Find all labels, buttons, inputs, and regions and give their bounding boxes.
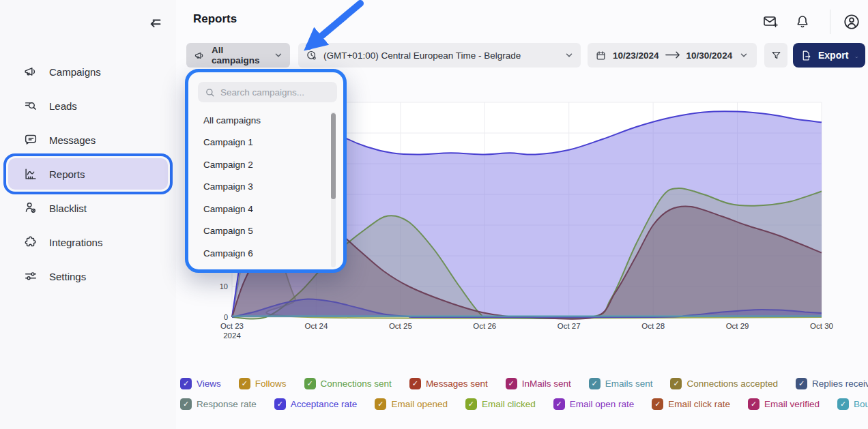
- legend-item-emails-sent[interactable]: ✓Emails sent: [589, 378, 653, 389]
- checkbox-checked-icon[interactable]: ✓: [553, 398, 565, 410]
- checkbox-checked-icon[interactable]: ✓: [180, 398, 192, 410]
- checkbox-checked-icon[interactable]: ✓: [180, 378, 192, 389]
- checkbox-checked-icon[interactable]: ✓: [748, 398, 760, 410]
- chart-report-icon: [23, 166, 38, 181]
- legend-label: Follows: [255, 379, 287, 389]
- checkbox-checked-icon[interactable]: ✓: [796, 378, 807, 389]
- legend-row: ✓Views✓Follows✓Connections sent✓Messages…: [180, 376, 856, 391]
- sidebar-item-blacklist[interactable]: Blacklist: [8, 192, 168, 224]
- campaign-search-box: [198, 82, 337, 102]
- bell-icon[interactable]: [794, 14, 811, 30]
- leads-search-icon: [23, 98, 38, 113]
- chevron-down-icon: [739, 50, 749, 60]
- legend-label: Acceptance rate: [291, 399, 358, 409]
- file-export-icon: [800, 50, 812, 61]
- checkbox-checked-icon[interactable]: ✓: [304, 378, 316, 389]
- legend-label: Email verified: [764, 399, 820, 409]
- dropdown-scrollbar-thumb[interactable]: [331, 113, 336, 199]
- legend-label: Replies received: [812, 379, 868, 389]
- svg-text:2024: 2024: [223, 331, 241, 340]
- legend-item-email-clicked[interactable]: ✓Email clicked: [465, 398, 536, 410]
- sidebar-item-messages[interactable]: Messages: [8, 124, 168, 156]
- svg-text:10: 10: [220, 282, 228, 291]
- legend-item-replies-received[interactable]: ✓Replies received: [796, 378, 868, 389]
- puzzle-icon: [23, 235, 38, 250]
- legend-label: Bounce rate: [854, 399, 868, 409]
- timezone-selector[interactable]: (GMT+01:00) Central European Time - Belg…: [298, 43, 581, 68]
- legend-label: Email click rate: [668, 399, 730, 409]
- svg-text:Oct 23: Oct 23: [220, 322, 244, 330]
- legend-item-connections-sent[interactable]: ✓Connections sent: [304, 378, 392, 389]
- sidebar-item-reports[interactable]: Reports: [8, 158, 168, 190]
- campaign-list: All campaignsCampaign 1Campaign 2Campaig…: [188, 109, 343, 265]
- legend-label: Views: [197, 379, 221, 389]
- legend-label: Email open rate: [570, 399, 635, 409]
- export-label: Export: [818, 50, 848, 61]
- legend-item-messages-sent[interactable]: ✓Messages sent: [409, 378, 488, 389]
- checkbox-checked-icon[interactable]: ✓: [837, 398, 849, 410]
- campaign-option[interactable]: Campaign 1: [188, 132, 343, 154]
- checkbox-checked-icon[interactable]: ✓: [465, 398, 477, 410]
- legend-item-inmails-sent[interactable]: ✓InMails sent: [506, 378, 571, 389]
- sliders-icon: [23, 269, 38, 284]
- sidebar-item-leads[interactable]: Leads: [8, 90, 168, 121]
- legend-item-email-verified[interactable]: ✓Email verified: [748, 398, 820, 410]
- chat-bubble-icon: [23, 132, 38, 147]
- legend-label: Emails sent: [605, 379, 653, 389]
- svg-text:Oct 25: Oct 25: [389, 322, 412, 330]
- chart-legend: ✓Views✓Follows✓Connections sent✓Messages…: [180, 376, 856, 417]
- campaign-option[interactable]: Campaign 6: [188, 242, 343, 265]
- checkbox-checked-icon[interactable]: ✓: [375, 398, 386, 410]
- checkbox-checked-icon[interactable]: ✓: [589, 378, 601, 389]
- date-range-start: 10/23/2024: [613, 50, 659, 61]
- svg-text:0: 0: [224, 313, 228, 321]
- legend-item-bounce-rate[interactable]: ✓Bounce rate: [837, 398, 868, 410]
- campaign-selector-label: All campaigns: [212, 45, 274, 65]
- sidebar-item-campaigns[interactable]: Campaigns: [8, 56, 168, 87]
- account-icon[interactable]: [843, 13, 860, 31]
- filter-button[interactable]: [764, 43, 787, 68]
- legend-item-follows[interactable]: ✓Follows: [239, 378, 287, 389]
- campaign-option[interactable]: Campaign 5: [188, 220, 343, 243]
- checkbox-checked-icon[interactable]: ✓: [670, 378, 682, 389]
- legend-item-email-open-rate[interactable]: ✓Email open rate: [553, 398, 635, 410]
- sidebar-item-settings[interactable]: Settings: [8, 261, 168, 292]
- sidebar-item-integrations[interactable]: Integrations: [8, 226, 168, 258]
- checkbox-checked-icon[interactable]: ✓: [409, 378, 421, 389]
- arrow-right-icon: [665, 50, 681, 60]
- legend-label: Email clicked: [482, 399, 536, 409]
- chevron-down-icon: [855, 50, 858, 60]
- campaign-option[interactable]: Campaign 4: [188, 198, 343, 220]
- svg-text:Oct 30: Oct 30: [810, 322, 833, 330]
- legend-label: Connections sent: [321, 379, 392, 389]
- sidebar-item-label: Blacklist: [49, 203, 87, 214]
- checkbox-checked-icon[interactable]: ✓: [239, 378, 250, 389]
- sidebar-item-label: Settings: [49, 271, 86, 282]
- campaign-option[interactable]: Campaign 2: [188, 153, 343, 176]
- megaphone-icon: [23, 64, 38, 79]
- legend-item-response-rate[interactable]: ✓Response rate: [180, 398, 257, 410]
- date-range-end: 10/30/2024: [686, 50, 733, 61]
- mail-plus-icon[interactable]: [762, 14, 779, 30]
- legend-item-email-opened[interactable]: ✓Email opened: [375, 398, 448, 410]
- megaphone-icon: [194, 50, 205, 61]
- collapse-sidebar-icon[interactable]: [143, 14, 162, 30]
- checkbox-checked-icon[interactable]: ✓: [274, 398, 286, 410]
- legend-item-acceptance-rate[interactable]: ✓Acceptance rate: [274, 398, 358, 410]
- export-button[interactable]: Export: [793, 43, 865, 68]
- legend-item-email-click-rate[interactable]: ✓Email click rate: [652, 398, 730, 410]
- checkbox-checked-icon[interactable]: ✓: [652, 398, 663, 410]
- svg-text:Oct 24: Oct 24: [304, 322, 328, 330]
- campaign-option[interactable]: Campaign 3: [188, 176, 343, 198]
- svg-text:Oct 26: Oct 26: [473, 322, 496, 330]
- funnel-icon: [770, 50, 782, 61]
- campaign-search-input[interactable]: [220, 87, 330, 98]
- date-range-picker[interactable]: 10/23/2024 10/30/2024: [588, 43, 757, 68]
- legend-item-connections-accepted[interactable]: ✓Connections accepted: [670, 378, 778, 389]
- checkbox-checked-icon[interactable]: ✓: [506, 378, 517, 389]
- legend-label: Email opened: [391, 399, 448, 409]
- legend-item-views[interactable]: ✓Views: [180, 378, 221, 389]
- campaign-option[interactable]: All campaigns: [188, 109, 343, 132]
- header-divider: [830, 10, 830, 34]
- campaign-selector-button[interactable]: All campaigns: [186, 43, 290, 68]
